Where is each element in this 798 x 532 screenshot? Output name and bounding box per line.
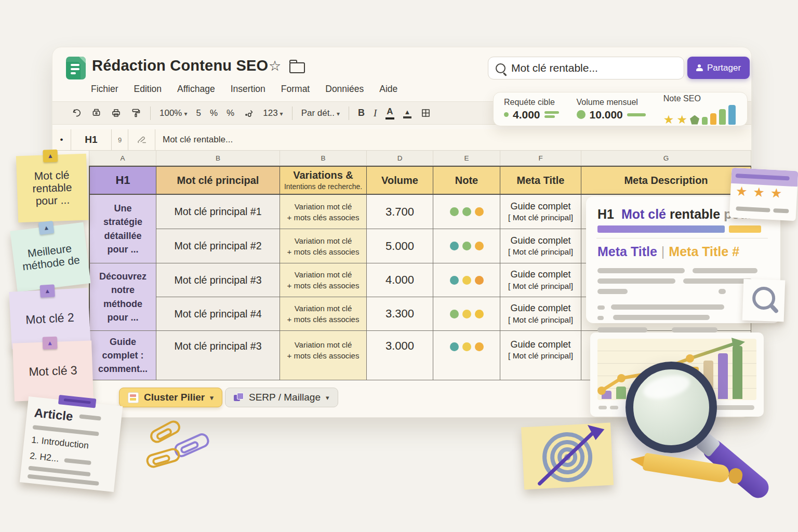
monthly-volume-label: Volume mensuel xyxy=(577,98,646,107)
header-keyword[interactable]: Mot clé principal xyxy=(156,166,280,195)
number-format-select[interactable]: 123▾ xyxy=(263,108,283,118)
menu-affichage[interactable]: Affichage xyxy=(177,84,215,95)
header-variations[interactable]: Variations & Intentions de recherche. xyxy=(280,166,367,195)
menu-fichier[interactable]: Fichier xyxy=(91,84,118,95)
text-color-button[interactable]: A xyxy=(385,107,394,119)
cell-variation-3[interactable]: Variation mot clé+ mots clés associes xyxy=(280,263,367,297)
cell-keyword-2[interactable]: Mot clé principal #2 xyxy=(156,229,280,263)
toolbar-separator xyxy=(349,107,349,120)
menu-edition[interactable]: Edition xyxy=(134,84,162,95)
decimal-format-icon[interactable] xyxy=(243,108,254,118)
note-dot xyxy=(475,310,484,318)
document-title[interactable]: Rédaction Contenu SEO xyxy=(92,57,268,74)
note-dot xyxy=(462,207,471,216)
cell-variation-2[interactable]: Variation mot clé+ mots clés associes xyxy=(280,229,367,263)
column-header-c[interactable]: B xyxy=(280,150,367,166)
column-header-e[interactable]: E xyxy=(433,150,500,166)
fx-icon xyxy=(128,129,155,150)
cell-meta-title-3[interactable]: Guide complet[ Mot clé principal] xyxy=(500,263,581,297)
undo-icon[interactable] xyxy=(71,108,82,118)
magnifier-sticky xyxy=(742,279,786,322)
note-dot xyxy=(450,276,459,285)
score-bar xyxy=(728,105,736,125)
sheet-tab-serp-maillage[interactable]: SERP / Maillage ▾ xyxy=(225,388,338,407)
cell-note-5[interactable] xyxy=(433,331,500,380)
cell-reference-box[interactable]: H1 xyxy=(71,129,112,150)
sticky-note-keyword-3: ▲ Mot clé 3 xyxy=(12,340,94,401)
note-dot xyxy=(450,242,459,250)
header-h1[interactable]: H1 xyxy=(89,166,156,195)
seo-score-label: Note SEO xyxy=(663,94,736,103)
chevron-down-icon[interactable]: ▾ xyxy=(210,394,214,402)
cell-note-1[interactable] xyxy=(433,195,500,229)
printer-icon[interactable] xyxy=(111,108,122,118)
cell-keyword-4[interactable]: Mot clé principal #4 xyxy=(156,297,280,331)
column-header-d[interactable]: D xyxy=(367,150,433,166)
cell-variation-5[interactable]: Variation mot clé+ mots clés associes xyxy=(280,331,367,380)
search-input[interactable]: Mot clé rentable... xyxy=(488,57,684,79)
formula-input[interactable]: Mot clé rentable... xyxy=(155,135,233,145)
cell-keyword-5[interactable]: Mot clé principal #3 xyxy=(156,331,280,380)
column-header-a[interactable]: A xyxy=(89,150,156,166)
cell-note-2[interactable] xyxy=(433,229,500,263)
cell-group-1[interactable]: Une stratégie détaillée pour ... xyxy=(89,195,156,263)
pin-tab-icon: ▲ xyxy=(40,284,55,297)
move-folder-icon[interactable] xyxy=(289,62,305,73)
menu-donnees[interactable]: Donniées xyxy=(325,84,364,95)
cell-note-3[interactable] xyxy=(433,263,500,297)
share-button[interactable]: Partager xyxy=(687,57,750,79)
cell-meta-title-2[interactable]: Guide complet[ Mot clé principal] xyxy=(500,229,581,263)
sticky-note-method: ▲ Meilleure méthode de xyxy=(10,222,90,292)
formula-bar: • H1 9 Mot clé rentable... xyxy=(52,129,751,151)
cell-variation-1[interactable]: Variation mot clé+ mots clés associes xyxy=(280,195,367,229)
cell-variation-4[interactable]: Variation mot clé+ mots clés associes xyxy=(280,297,367,331)
format-percent-button[interactable]: % xyxy=(227,108,234,118)
format-currency-button[interactable]: % xyxy=(210,108,218,118)
search-icon xyxy=(496,63,506,73)
cell-group-3[interactable]: Guide complet : comment... xyxy=(89,331,156,380)
italic-button[interactable]: I xyxy=(374,108,377,119)
cell-note-4[interactable] xyxy=(433,297,500,331)
monthly-volume-stat: Volume mensuel 10.000 xyxy=(577,98,646,121)
menu-aide[interactable]: Aide xyxy=(379,84,397,95)
zoom-select[interactable]: 100%▾ xyxy=(159,108,188,118)
borders-icon[interactable] xyxy=(420,108,431,118)
column-header-b[interactable]: B xyxy=(156,150,280,166)
print-preview-icon[interactable] xyxy=(91,108,102,118)
target-sticky-note xyxy=(521,423,614,490)
sheet-tab-cluster-pilier[interactable]: Cluster Pilier ▾ xyxy=(119,388,222,407)
font-select[interactable]: Par dét..▾ xyxy=(301,108,340,118)
cell-meta-title-4[interactable]: Guide complet[ Mot clé principal] xyxy=(500,297,581,331)
cell-keyword-1[interactable]: Mot clé principal #1 xyxy=(156,195,280,229)
column-header-f[interactable]: F xyxy=(500,150,581,166)
seo-stats-panel: Requéte cible 4.000 Volume mensuel 10.00… xyxy=(493,92,748,126)
header-meta-description[interactable]: Meta Description xyxy=(581,166,751,195)
favorite-star-icon[interactable]: ☆ xyxy=(269,58,281,74)
menu-insertion[interactable]: Insertion xyxy=(231,84,265,95)
note-dot xyxy=(462,310,471,318)
header-note[interactable]: Note xyxy=(433,166,500,195)
cell-volume-3[interactable]: 4.000 xyxy=(367,263,433,297)
bold-button[interactable]: B xyxy=(358,108,365,118)
font-size-value[interactable]: 5 xyxy=(196,108,201,118)
cell-volume-4[interactable]: 3.300 xyxy=(367,297,433,331)
toolbar-separator xyxy=(292,107,292,120)
header-volume[interactable]: Volume xyxy=(367,166,433,195)
cell-keyword-3[interactable]: Mot clé principal #3 xyxy=(156,263,280,297)
column-header-g[interactable]: G xyxy=(581,150,751,166)
sheet-color-icon xyxy=(234,393,244,403)
chevron-down-icon[interactable]: ▾ xyxy=(326,394,329,402)
cell-group-2[interactable]: Découvrez notre méthode pour ... xyxy=(89,263,156,331)
menu-format[interactable]: Format xyxy=(281,84,310,95)
paint-format-icon[interactable] xyxy=(130,108,141,118)
score-bar xyxy=(710,113,716,125)
cell-volume-5[interactable]: 3.000 xyxy=(367,331,433,380)
header-meta-title[interactable]: Meta Title xyxy=(500,166,581,195)
magnifying-glass-icon xyxy=(626,362,717,453)
cell-meta-title-1[interactable]: Guide complet[ Mot clé principal] xyxy=(500,195,581,229)
cell-meta-title-5[interactable]: Guide complet[ Mot clé principal] xyxy=(500,331,581,380)
cell-volume-1[interactable]: 3.700 xyxy=(367,195,433,229)
fill-color-button[interactable]: ▲ xyxy=(403,108,412,118)
cell-volume-2[interactable]: 5.000 xyxy=(367,229,433,263)
target-query-label: Requéte cible xyxy=(504,98,559,107)
